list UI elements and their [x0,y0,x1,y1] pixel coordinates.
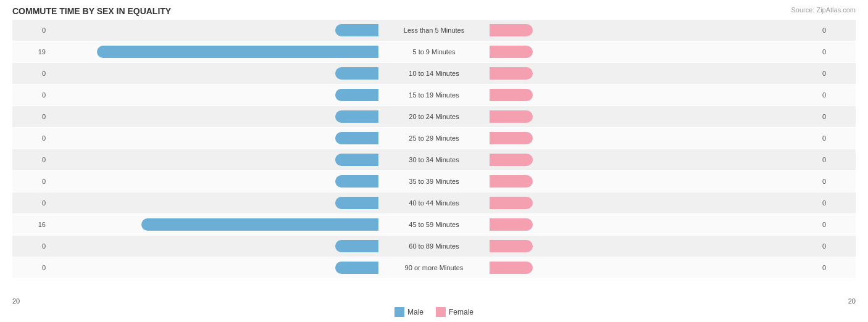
left-value: 19 [12,48,49,56]
row-label: 90 or more Minutes [378,264,490,271]
bar-right-container [490,240,798,252]
bar-female [490,197,533,209]
right-value: 0 [819,48,856,56]
bar-right-container [490,46,798,58]
row-label: 20 to 24 Minutes [378,113,490,120]
left-value: 0 [12,27,49,34]
bar-male [335,240,378,252]
bar-left-container [70,89,378,101]
row-label: 35 to 39 Minutes [378,178,490,185]
legend: Male Female [0,307,868,317]
bar-male [335,110,378,123]
bar-male [335,24,378,36]
bar-male [97,46,378,58]
chart-row: 16 45 to 59 Minutes 0 [12,214,856,235]
bar-right-container [490,24,798,36]
chart-row: 0 Less than 5 Minutes 0 [12,20,856,41]
bars-center: 30 to 34 Minutes [49,154,819,166]
chart-row: 0 25 to 29 Minutes 0 [12,128,856,149]
bar-right-container [490,132,798,144]
bars-center: 25 to 29 Minutes [49,132,819,144]
row-label: 30 to 34 Minutes [378,156,490,163]
row-label: 60 to 89 Minutes [378,242,490,250]
source-text: Source: ZipAtlas.com [791,6,856,14]
right-value: 0 [819,134,856,142]
bar-left-container [70,218,378,231]
bar-left-container [70,175,378,188]
row-label: Less than 5 Minutes [378,27,490,34]
bars-center: 35 to 39 Minutes [49,175,819,188]
bar-female [490,46,533,58]
right-value: 0 [819,27,856,34]
bar-right-container [490,262,798,274]
right-value: 0 [819,156,856,163]
bars-center: 40 to 44 Minutes [49,197,819,209]
left-value: 0 [12,264,49,271]
bar-left-container [70,262,378,274]
bar-female [490,132,533,144]
bar-left-container [70,154,378,166]
left-value: 0 [12,134,49,142]
bar-right-container [490,67,798,80]
axis-left: 20 [12,297,20,305]
row-label: 40 to 44 Minutes [378,199,490,207]
male-label: Male [407,308,424,316]
left-value: 0 [12,156,49,163]
left-value: 0 [12,113,49,120]
bar-right-container [490,89,798,101]
female-label: Female [449,308,474,316]
male-swatch [394,307,404,317]
left-value: 0 [12,70,49,77]
bar-left-container [70,24,378,36]
chart-title: COMMUTE TIME BY SEX IN EQUALITY [12,6,856,16]
legend-male: Male [394,307,424,317]
bar-male [335,67,378,80]
right-value: 0 [819,91,856,99]
bars-center: 45 to 59 Minutes [49,218,819,231]
right-value: 0 [819,221,856,228]
row-label: 5 to 9 Minutes [378,48,490,56]
legend-female: Female [436,307,474,317]
chart-row: 0 10 to 14 Minutes 0 [12,63,856,84]
bar-right-container [490,154,798,166]
row-label: 15 to 19 Minutes [378,91,490,99]
bar-left-container [70,197,378,209]
bars-center: 90 or more Minutes [49,262,819,274]
left-value: 0 [12,178,49,185]
bar-male [335,262,378,274]
left-value: 0 [12,91,49,99]
chart-row: 0 40 to 44 Minutes 0 [12,192,856,213]
right-value: 0 [819,264,856,271]
right-value: 0 [819,113,856,120]
chart-row: 0 60 to 89 Minutes 0 [12,236,856,257]
bar-left-container [70,46,378,58]
bar-female [490,110,533,123]
bars-center: 60 to 89 Minutes [49,240,819,252]
bar-male [141,218,378,231]
chart-row: 0 20 to 24 Minutes 0 [12,106,856,127]
chart-row: 0 15 to 19 Minutes 0 [12,85,856,105]
bar-female [490,262,533,274]
bar-right-container [490,218,798,231]
bar-male [335,154,378,166]
bar-female [490,240,533,252]
chart-area: 0 Less than 5 Minutes 0 19 5 to 9 Minute… [12,20,856,268]
bar-male [335,132,378,144]
bar-left-container [70,132,378,144]
bar-male [335,89,378,101]
chart-row: 0 35 to 39 Minutes 0 [12,171,856,192]
bar-left-container [70,240,378,252]
chart-container: COMMUTE TIME BY SEX IN EQUALITY Source: … [0,0,868,322]
chart-row: 0 90 or more Minutes 0 [12,257,856,278]
bar-female [490,154,533,166]
bars-center: 10 to 14 Minutes [49,67,819,80]
bar-male [335,197,378,209]
bar-right-container [490,110,798,123]
bar-male [335,175,378,188]
left-value: 16 [12,221,49,228]
bottom-axis: 20 20 [0,295,868,305]
bar-female [490,89,533,101]
bar-right-container [490,197,798,209]
left-value: 0 [12,199,49,207]
bar-female [490,218,533,231]
